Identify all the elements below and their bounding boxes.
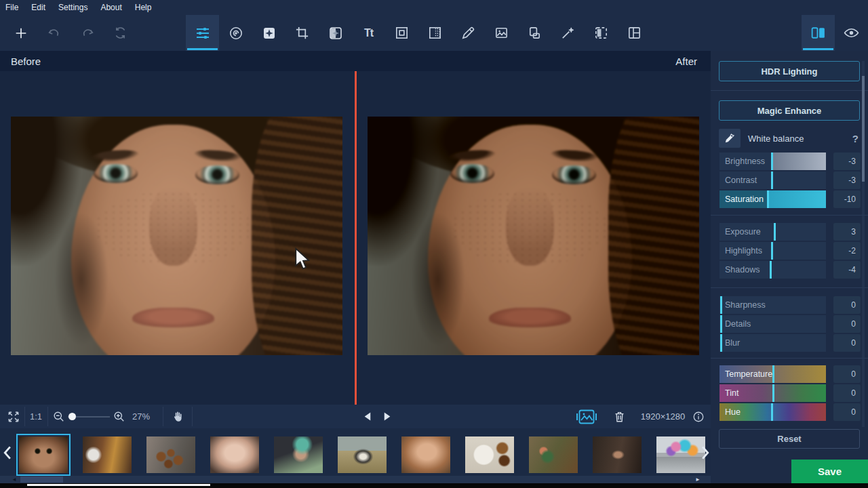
slider-handle[interactable]	[720, 334, 722, 352]
slider-value-hue: 0	[833, 403, 861, 421]
overlapping-rects-icon	[527, 25, 542, 41]
tool-selection[interactable]	[585, 15, 618, 51]
compare-view-button[interactable]	[802, 15, 835, 51]
menu-file[interactable]: File	[5, 3, 18, 12]
slider-shadows[interactable]: Shadows	[719, 261, 826, 279]
slider-handle[interactable]	[771, 403, 773, 421]
actual-size-button[interactable]: 1:1	[26, 405, 46, 428]
previous-image-button[interactable]	[359, 405, 376, 428]
undo-button[interactable]	[37, 15, 71, 51]
menu-edit[interactable]: Edit	[31, 3, 45, 12]
slider-saturation[interactable]: Saturation	[719, 190, 826, 208]
menu-about[interactable]: About	[100, 3, 121, 12]
slider-label: Sharpness	[725, 296, 766, 314]
slider-handle[interactable]	[767, 190, 769, 208]
slider-handle[interactable]	[772, 384, 774, 402]
zoom-slider-handle[interactable]	[68, 413, 76, 420]
tool-texture[interactable]	[418, 15, 452, 51]
next-image-button[interactable]	[378, 405, 395, 428]
before-image[interactable]	[11, 117, 342, 355]
delete-image-button[interactable]	[609, 405, 629, 428]
scroll-right-button[interactable]	[700, 443, 711, 462]
status-bar: 1:1 27% 1920×1280	[0, 405, 711, 428]
slider-hue[interactable]: Hue	[719, 403, 826, 421]
sidebar-scrollbar[interactable]	[862, 61, 865, 427]
slider-handle[interactable]	[770, 261, 772, 279]
zoom-in-button[interactable]	[111, 405, 127, 428]
scrollbar-thumb[interactable]	[20, 476, 63, 483]
filmstrip-thumbnail-baked-goods-tray[interactable]	[146, 436, 195, 473]
filmstrip-thumbnail-restaurant-diners[interactable]	[83, 436, 132, 473]
redo-button[interactable]	[71, 15, 104, 51]
tool-retouch[interactable]	[219, 15, 252, 51]
slider-handle[interactable]	[774, 223, 776, 241]
filmstrip-thumbnail-zebra-grazing[interactable]	[338, 436, 387, 473]
slider-brightness[interactable]: Brightness	[719, 152, 826, 170]
filmstrip-thumbnail-woman-portrait-warm[interactable]	[401, 436, 450, 473]
slider-sharpness[interactable]: Sharpness	[719, 296, 826, 314]
slider-temperature[interactable]: Temperature	[719, 365, 826, 383]
slider-handle[interactable]	[720, 315, 722, 333]
magnifier-plus-icon	[113, 410, 125, 423]
add-image-button[interactable]	[4, 15, 37, 51]
slider-handle[interactable]	[720, 296, 722, 314]
fit-screen-button[interactable]	[4, 405, 23, 428]
filmstrip-thumbnail-woman-portrait-pale[interactable]	[210, 436, 259, 473]
tool-crop[interactable]	[285, 15, 319, 51]
hdr-lighting-button[interactable]: HDR Lighting	[719, 61, 860, 81]
slider-blur[interactable]: Blur	[719, 334, 826, 352]
menu-settings[interactable]: Settings	[58, 3, 87, 12]
slider-handle[interactable]	[771, 152, 773, 170]
filmstrip	[0, 428, 711, 476]
preview-original-button[interactable]	[835, 15, 868, 51]
compare-divider-line[interactable]	[355, 71, 357, 405]
slider-handle[interactable]	[771, 242, 773, 260]
scroll-left-button[interactable]	[1, 443, 12, 462]
filmstrip-thumbnail-woman-by-rocks[interactable]	[593, 436, 642, 473]
tool-adjustments[interactable]	[186, 15, 219, 51]
toggle-filmstrip-button[interactable]	[572, 405, 601, 428]
magic-enhance-button[interactable]: Magic Enhance	[719, 100, 860, 121]
slider-label: Brightness	[725, 152, 765, 170]
white-balance-picker-button[interactable]	[719, 129, 741, 148]
zoom-out-button[interactable]	[50, 405, 66, 428]
reset-button[interactable]: Reset	[719, 429, 860, 449]
image-info-button[interactable]	[689, 405, 708, 428]
slider-handle[interactable]	[771, 171, 773, 189]
help-icon[interactable]: ?	[852, 133, 860, 144]
slider-tint[interactable]: Tint	[719, 384, 826, 402]
reset-all-button[interactable]	[104, 15, 137, 51]
tool-insert-image[interactable]	[485, 15, 518, 51]
slider-contrast[interactable]: Contrast	[719, 171, 826, 189]
scrollbar-right-arrow[interactable]: ►	[693, 476, 703, 483]
picture-icon	[494, 25, 509, 41]
chevron-right-icon	[701, 445, 710, 460]
save-button[interactable]: Save	[791, 460, 868, 483]
tool-text[interactable]: Tt	[352, 15, 385, 51]
tool-draw[interactable]	[452, 15, 485, 51]
tool-layout[interactable]	[618, 15, 651, 51]
pan-tool-button[interactable]	[167, 405, 187, 428]
tool-split-tone[interactable]	[319, 15, 352, 51]
tool-frame[interactable]	[385, 15, 418, 51]
nested-squares-icon	[394, 25, 410, 41]
filmstrip-scrollbar[interactable]: ◄ ►	[0, 476, 711, 483]
filmstrip-thumbnail-person-teal-hair[interactable]	[274, 436, 323, 473]
filmstrip-thumbnail-people-planting[interactable]	[529, 436, 578, 473]
slider-exposure[interactable]: Exposure	[719, 223, 826, 241]
slider-highlights[interactable]: Highlights	[719, 242, 826, 260]
menu-help[interactable]: Help	[135, 3, 152, 12]
filmstrip-thumbnail-plate-and-bowls[interactable]	[465, 436, 514, 473]
slider-details[interactable]: Details	[719, 315, 826, 333]
wand-star-icon	[560, 25, 576, 41]
filmstrip-thumbnail-laundry-basket-illustration[interactable]	[656, 436, 705, 473]
sidebar-scrollbar-thumb[interactable]	[862, 76, 865, 182]
tool-copy-stamp[interactable]	[518, 15, 551, 51]
scrollbar-left-arrow[interactable]: ◄	[9, 476, 19, 483]
filmstrip-thumbnail-portrait-woman-closeup[interactable]	[19, 436, 68, 473]
tool-magic-fix[interactable]	[551, 15, 585, 51]
slider-label: Shadows	[725, 261, 760, 279]
after-image[interactable]	[368, 117, 699, 355]
slider-value-shadows: -4	[833, 261, 861, 279]
tool-effects[interactable]	[252, 15, 285, 51]
